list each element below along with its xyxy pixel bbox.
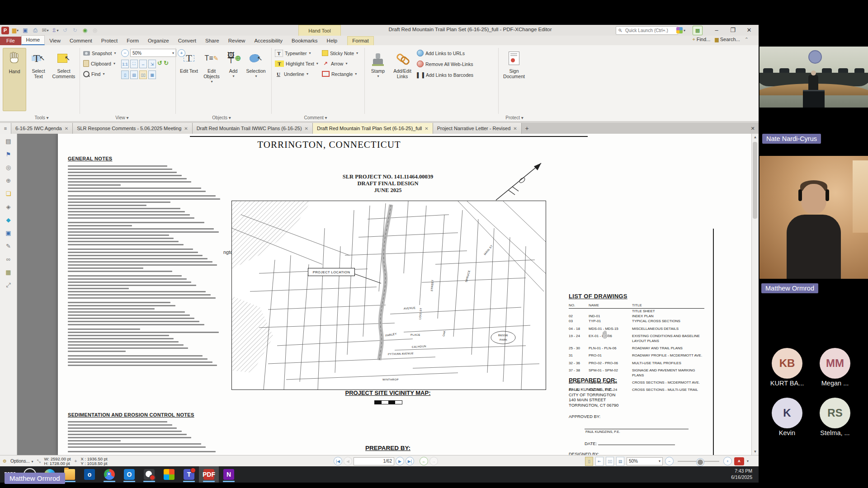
continuous-icon[interactable]: ▤ <box>130 70 138 79</box>
taskbar-onenote-icon[interactable]: N <box>219 466 239 483</box>
find-tool-button[interactable]: Find▾ <box>83 70 116 78</box>
two-pages-icon[interactable]: ▯▯ <box>139 70 147 79</box>
destinations-pane-icon[interactable]: ◎ <box>4 163 14 172</box>
two-page-layout-icon[interactable]: ▯▯ <box>606 457 614 466</box>
two-pages-continuous-icon[interactable]: ▦ <box>148 70 156 79</box>
select-text-button[interactable]: T↖ Select Text <box>28 48 49 111</box>
zoom-out-button[interactable]: − <box>121 49 129 57</box>
options-button[interactable]: Options... ▾ <box>10 459 33 464</box>
search-button[interactable]: ▆ Search... <box>715 37 740 42</box>
tab-close-icon[interactable]: ✕ <box>305 126 308 131</box>
last-page-button[interactable]: ▶| <box>406 457 414 465</box>
single-page-layout-icon[interactable]: ▯ <box>585 457 593 466</box>
ribbon-tab-accessibility[interactable]: Accessibility <box>250 37 287 45</box>
first-page-button[interactable]: |◀ <box>334 457 342 465</box>
ribbon-tab-view[interactable]: View <box>45 37 65 45</box>
document-tab[interactable]: SLR Response Comments - 5.06.2025 Meetin… <box>73 123 193 134</box>
actual-size-icon[interactable]: 1:1 <box>121 60 129 68</box>
scrollbar-thumb[interactable] <box>753 142 757 219</box>
taskbar-pdf-xchange-icon[interactable]: PDF <box>199 466 219 483</box>
add-edit-links-button[interactable]: Add/Edit Links <box>391 48 414 111</box>
add-links-to-barcodes-button[interactable]: ▌▐Add Links to Barcodes <box>417 70 473 79</box>
print-icon[interactable]: ⎙ <box>31 27 39 34</box>
status-zoom-in-button[interactable]: + <box>723 457 732 465</box>
highlight-text-button[interactable]: THighlight Text▾ <box>275 59 318 68</box>
tab-list-button[interactable]: ≡ <box>0 123 11 134</box>
restore-session-icon[interactable]: ▩ <box>693 26 703 35</box>
find-button[interactable]: ⌖ Find... <box>692 37 710 42</box>
ribbon-tab-form[interactable]: Form <box>122 37 143 45</box>
fields-pane-icon[interactable]: ▣ <box>4 228 14 237</box>
undo-icon[interactable]: ↺ <box>61 27 69 34</box>
underline-button[interactable]: UUnderline▾ <box>275 70 318 78</box>
ribbon-tab-bookmarks[interactable]: Bookmarks <box>287 37 322 45</box>
scroll-down-icon[interactable]: ▼ <box>752 450 759 454</box>
gear-icon[interactable]: ⚙ <box>3 459 7 464</box>
ribbon-tab-format-context[interactable]: Format <box>347 36 373 45</box>
taskbar-clock[interactable]: 7:43 PM 6/16/2025 <box>731 468 752 480</box>
zoom-slider-knob[interactable] <box>697 459 704 466</box>
signatures-pane-icon[interactable]: ✎ <box>4 241 14 250</box>
ribbon-tab-protect[interactable]: Protect <box>97 37 122 45</box>
select-comments-button[interactable]: ↖ Select Comments <box>51 48 77 111</box>
minimize-button[interactable]: – <box>709 25 724 35</box>
single-page-icon[interactable]: ▯ <box>121 70 129 79</box>
attachments-pane-icon[interactable]: ⊕ <box>4 176 14 185</box>
edit-objects-button[interactable]: T≡✎ Edit Objects▾ <box>201 48 222 111</box>
pdf-page[interactable]: TORRINGTON, CONNECTICUT SLR PROJECT NO. … <box>58 134 751 455</box>
scroll-up-icon[interactable]: ▲ <box>752 135 759 139</box>
history-forward-icon[interactable]: ◎ <box>91 27 99 34</box>
measure-pane-icon[interactable]: ⤢ <box>4 281 14 290</box>
stamps-palette-pane-icon[interactable]: ▦ <box>4 267 14 277</box>
fit-width-layout-icon[interactable]: ⇤ <box>595 457 604 466</box>
taskbar-chrome-icon[interactable] <box>99 466 119 483</box>
quick-launch-input[interactable] <box>624 28 676 33</box>
view-forward-button[interactable]: → <box>429 457 438 465</box>
bookmarks-pane-icon[interactable]: ⚑ <box>4 150 14 159</box>
history-back-icon[interactable]: ◉ <box>81 27 89 34</box>
ribbon-tab-comment[interactable]: Comment <box>65 37 97 45</box>
rotate-cw-icon[interactable]: ↻ <box>164 60 169 68</box>
tab-close-icon[interactable]: ✕ <box>513 126 517 131</box>
participant-avatar[interactable]: MM <box>820 348 850 379</box>
save-icon[interactable]: ▣ <box>21 27 29 34</box>
pdf-options-caret[interactable]: ▾ <box>747 459 749 463</box>
typewriter-button[interactable]: TTypewriter▾ <box>275 49 318 57</box>
stamp-button[interactable]: Stamp▾ <box>367 48 389 111</box>
collapse-ribbon-icon[interactable]: ⌃ <box>745 37 749 42</box>
links-pane-pane-icon[interactable]: ∞ <box>4 254 14 263</box>
restore-button[interactable]: ❐ <box>725 25 741 35</box>
ribbon-tab-review[interactable]: Review <box>224 37 250 45</box>
participant-video-room[interactable] <box>760 47 868 108</box>
participant-avatar[interactable]: RS <box>820 398 850 428</box>
participant-avatar[interactable]: K <box>772 398 802 428</box>
ribbon-tab-convert[interactable]: Convert <box>174 37 201 45</box>
email-icon[interactable]: ✉▾ <box>41 27 49 34</box>
ribbon-tab-share[interactable]: Share <box>201 37 224 45</box>
hand-tool-button[interactable]: Hand <box>3 48 26 111</box>
comments-pane-icon[interactable]: ❏ <box>4 189 14 198</box>
add-links-to-urls-button[interactable]: Add Links to URLs <box>417 49 473 57</box>
add-object-button[interactable]: 🖼︎T⊕ Add▾ <box>224 48 242 111</box>
rectangle-button[interactable]: Rectangle▾ <box>322 70 358 78</box>
close-button[interactable]: ✕ <box>741 25 757 35</box>
taskbar-outlook-new-icon[interactable]: O <box>119 466 139 483</box>
sign-document-button[interactable]: Sign Document <box>501 48 527 111</box>
close-document-button[interactable]: ✕ <box>747 123 759 134</box>
taskbar-outlook-icon[interactable]: o <box>80 466 99 483</box>
previous-page-button[interactable]: ◀ <box>344 457 352 465</box>
edit-text-button[interactable]: T Edit Text <box>179 48 199 111</box>
ribbon-tab-help[interactable]: Help <box>322 37 342 45</box>
adobe-pdf-icon[interactable]: A <box>734 457 744 465</box>
next-page-button[interactable]: ▶ <box>396 457 404 465</box>
sticky-note-button[interactable]: Sticky Note▾ <box>322 49 358 57</box>
fit-width-icon[interactable]: ↔ <box>139 60 147 68</box>
ribbon-tab-file[interactable]: File <box>0 37 21 45</box>
fit-page-icon[interactable]: ⛶ <box>130 60 138 68</box>
zoom-slider[interactable] <box>678 461 719 462</box>
clipboard-button[interactable]: Clipboard▾ <box>83 59 116 68</box>
content-pane-icon[interactable]: ◆ <box>4 215 14 224</box>
participant-avatar[interactable]: KB <box>772 348 802 379</box>
fit-visible-icon[interactable]: ⇲ <box>148 60 156 68</box>
document-tab[interactable]: 6-16-25 IWC Agenda✕ <box>11 123 73 134</box>
